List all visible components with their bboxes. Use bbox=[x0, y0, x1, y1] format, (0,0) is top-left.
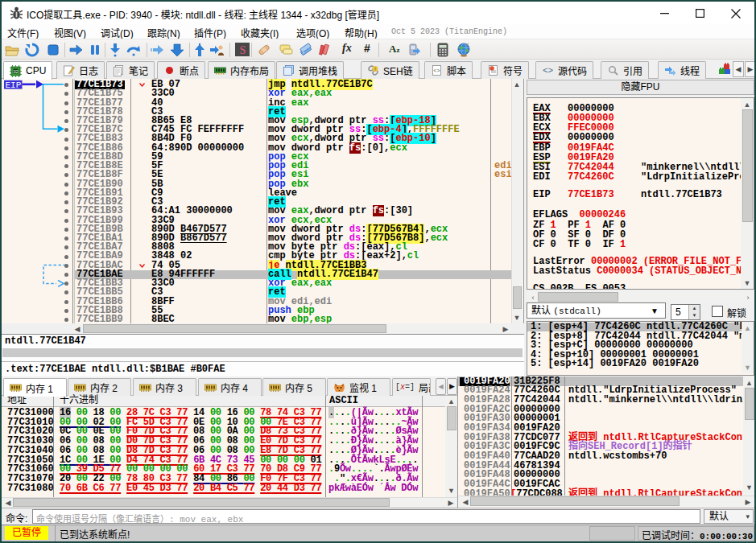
svg-text:S: S bbox=[240, 44, 246, 56]
svg-text:<>: <> bbox=[543, 66, 553, 76]
svg-text:<>: <> bbox=[433, 68, 440, 74]
svg-text:32: 32 bbox=[13, 68, 18, 73]
svg-text:EIP: EIP bbox=[6, 80, 22, 90]
